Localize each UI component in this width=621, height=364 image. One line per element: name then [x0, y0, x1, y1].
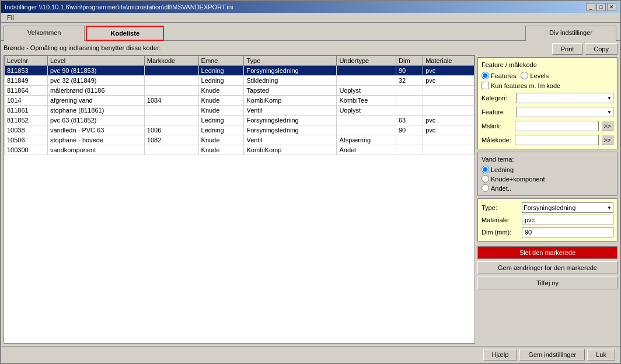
tab-kodeliste[interactable]: Kodeliste [86, 26, 164, 41]
vand-tema-title: Vand tema: [482, 156, 613, 163]
kategori-combo[interactable]: ▼ [516, 93, 613, 103]
målekode-input[interactable] [515, 135, 599, 145]
kun-features-checkbox-label[interactable]: Kun features m. lm kode [482, 82, 613, 89]
table-row[interactable]: 811864målerbrønd (81186KnudeTapstedUoply… [5, 86, 475, 96]
tilfoej-button[interactable]: Tilføj ny [477, 276, 617, 289]
main-window: Indstillinger \\10.10.1.6\win\programmer… [0, 0, 621, 364]
feature-row: Feature ▼ [482, 107, 613, 117]
vand-tema-section: Vand tema: Ledning Knude+komponent Andet… [477, 152, 617, 196]
menu-bar: Fil [1, 13, 620, 23]
menu-file[interactable]: Fil [4, 13, 18, 22]
main-content: Brønde - Opmåling og indlæsning benytter… [1, 40, 620, 346]
type-value: Forsyningsledning [524, 204, 575, 211]
col-type: Type [244, 56, 337, 66]
tab-div-indstillinger[interactable]: Div indstillinger [525, 26, 616, 41]
feature-section-title: Feature / målekode [482, 61, 613, 68]
andet-radio-label[interactable]: Andet.. [482, 184, 613, 192]
type-combo[interactable]: Forsyningsledning ▼ [522, 202, 613, 213]
levels-radio[interactable] [521, 72, 528, 79]
features-radio-label[interactable]: Features [482, 72, 516, 79]
right-panel: Print Copy Feature / målekode Features L… [477, 43, 617, 344]
hjælp-button[interactable]: Hjælp [483, 349, 518, 360]
left-panel: Brønde - Opmåling og indlæsning benytter… [4, 43, 475, 344]
mslink-input[interactable] [515, 121, 599, 131]
col-emne: Emne [198, 56, 244, 66]
table-row[interactable]: 100300vandkomponentKnudeKombiKompAndet [5, 145, 475, 155]
title-bar: Indstillinger \\10.10.1.6\win\programmer… [1, 1, 620, 13]
materiale-label: Materiale: [482, 216, 519, 223]
mslink-arrow-btn[interactable]: >> [601, 121, 613, 131]
table-row[interactable]: 811861stophane (811861)KnudeVentilUoplys… [5, 106, 475, 116]
title-bar-buttons: _ □ ✕ [586, 3, 616, 11]
table-container[interactable]: Levelnr Level Markkode Emne Type Underty… [4, 55, 475, 344]
materiale-row: Materiale: [482, 215, 613, 225]
table-row[interactable]: 811849pvc 32 (811849)LedningStikledning3… [5, 76, 475, 86]
materiale-input[interactable] [522, 215, 613, 225]
table-row[interactable]: 10038vandledn - PVC 631006LedningForsyni… [5, 125, 475, 135]
målekode-label: Målekode: [482, 136, 512, 144]
dim-label: Dim (mm): [482, 229, 519, 236]
feature-radio-group: Features Levels [482, 72, 613, 79]
feature-section: Feature / målekode Features Levels Kun f… [477, 57, 617, 149]
gem-indstillinger-button[interactable]: Gem indstillinger [519, 349, 585, 360]
type-row: Type: Forsyningsledning ▼ [482, 202, 613, 213]
bottom-bar: Hjælp Gem indstillinger Luk [1, 346, 620, 363]
mslink-label: Mslink: [482, 123, 512, 130]
knude-radio[interactable] [482, 175, 489, 183]
feature-label: Feature [482, 108, 514, 116]
kodeliste-table: Levelnr Level Markkode Emne Type Underty… [4, 55, 475, 155]
lower-fields: Type: Forsyningsledning ▼ Materiale: Dim… [477, 198, 617, 242]
action-buttons: Slet den markerede Gem ændringer for den… [477, 246, 617, 289]
dim-input[interactable] [522, 227, 613, 237]
type-combo-arrow: ▼ [607, 205, 612, 211]
kategori-arrow: ▼ [607, 96, 612, 101]
table-row[interactable]: 1014afgrening vand1084KnudeKombiKompKomb… [5, 96, 475, 106]
minimize-button[interactable]: _ [586, 3, 595, 11]
andet-radio[interactable] [482, 184, 489, 192]
gem-markerede-button[interactable]: Gem ændringer for den markerede [477, 261, 617, 274]
ledning-radio[interactable] [482, 166, 489, 173]
description-text: Brønde - Opmåling og indlæsning benytter… [4, 43, 475, 52]
maximize-button[interactable]: □ [596, 3, 606, 11]
col-undertype: Undertype [337, 56, 396, 66]
slet-button[interactable]: Slet den markerede [477, 246, 617, 259]
målekode-arrow-btn[interactable]: >> [601, 135, 613, 145]
feature-arrow: ▼ [607, 110, 612, 115]
col-level: Level [47, 56, 144, 66]
window-title: Indstillinger \\10.10.1.6\win\programmer… [5, 4, 233, 10]
table-row[interactable]: 811853pvc 90 (811853)LedningForsyningsle… [5, 66, 475, 76]
levels-radio-label[interactable]: Levels [521, 72, 549, 79]
col-dim: Dim [396, 56, 423, 66]
ledning-radio-label[interactable]: Ledning [482, 166, 613, 173]
kategori-row: Kategori: ▼ [482, 93, 613, 103]
col-levelnr: Levelnr [5, 56, 48, 66]
mslink-row: Mslink: >> [482, 121, 613, 131]
print-button[interactable]: Print [552, 43, 583, 55]
copy-button[interactable]: Copy [585, 43, 617, 55]
table-header-row: Levelnr Level Markkode Emne Type Underty… [5, 56, 475, 66]
table-row[interactable]: 10506stophane - hovede1082KnudeVentilAfs… [5, 135, 475, 145]
type-label: Type: [482, 204, 519, 211]
tabs-row: Velkommen Kodeliste Div indstillinger [1, 23, 620, 40]
dim-row: Dim (mm): [482, 227, 613, 237]
knude-radio-label[interactable]: Knude+komponent [482, 175, 613, 183]
col-markkode: Markkode [144, 56, 198, 66]
table-row[interactable]: 811852pvc 63 (811852)LedningForsyningsle… [5, 116, 475, 125]
kun-features-checkbox[interactable] [482, 82, 489, 89]
close-button[interactable]: ✕ [607, 3, 616, 11]
kategori-label: Kategori: [482, 94, 514, 102]
luk-button[interactable]: Luk [587, 349, 615, 360]
col-materiale: Materiale [423, 56, 475, 66]
top-buttons: Print Copy [477, 43, 617, 55]
feature-combo[interactable]: ▼ [516, 107, 613, 117]
målekode-row: Målekode: >> [482, 135, 613, 145]
tab-velkommen[interactable]: Velkommen [4, 26, 85, 41]
features-radio[interactable] [482, 72, 489, 79]
